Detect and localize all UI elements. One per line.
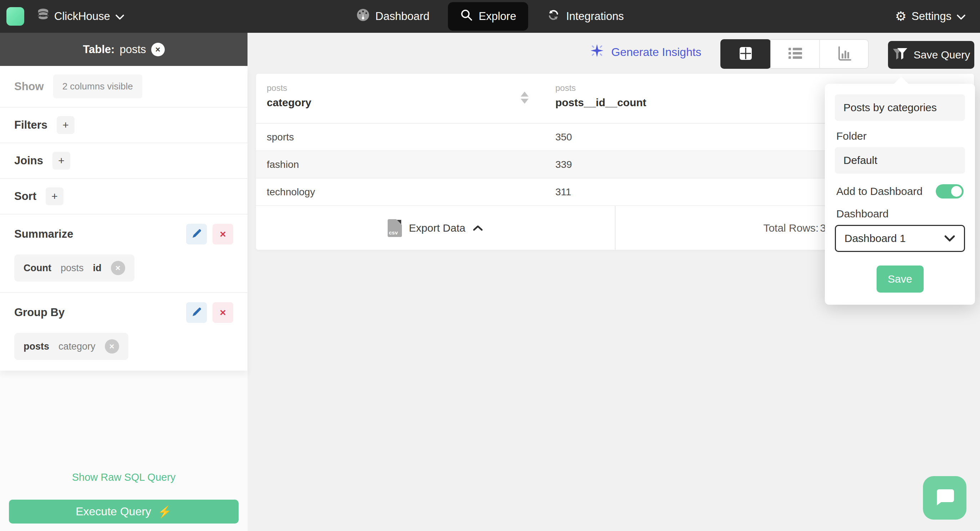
joins-label: Joins <box>14 154 43 167</box>
gauge-icon <box>356 8 370 25</box>
nav-dashboard[interactable]: Dashboard <box>347 3 439 30</box>
execute-query-button[interactable]: Execute Query ⚡ <box>9 499 239 523</box>
query-builder-sidebar: Table: posts × Show 2 columns visible Fi… <box>0 33 248 531</box>
column-header-category[interactable]: posts category <box>256 74 544 123</box>
columns-visible-button[interactable]: 2 columns visible <box>53 74 142 98</box>
total-rows-label: Total Rows: <box>763 222 818 234</box>
app-root: ClickHouse Dashboard Explore <box>0 0 980 531</box>
database-name: ClickHouse <box>54 10 110 23</box>
view-mode-toggle <box>721 39 869 69</box>
remove-summarize-chip-icon[interactable]: × <box>111 261 125 275</box>
chevron-down-icon <box>944 232 955 244</box>
nav-explore-label: Explore <box>479 10 516 23</box>
save-query-button[interactable]: Save Query <box>888 41 974 69</box>
dashboard-label: Dashboard <box>836 208 964 220</box>
summarize-label: Summarize <box>14 228 73 241</box>
folder-label: Folder <box>836 130 964 142</box>
settings-label: Settings <box>912 10 951 23</box>
list-view-icon <box>787 46 803 62</box>
aggregate-name: Count <box>24 263 51 274</box>
save-query-popover: Posts by categories Folder Default Add t… <box>825 84 975 305</box>
bar-chart-icon <box>836 46 852 62</box>
export-data-label: Export Data <box>409 222 465 234</box>
view-chart-button[interactable] <box>819 40 868 68</box>
edit-summarize-button[interactable] <box>186 224 207 244</box>
chat-widget-button[interactable] <box>923 476 966 520</box>
table-label: Table: <box>83 43 115 56</box>
main-nav: Dashboard Explore Integrations <box>347 2 633 31</box>
joins-section: Joins + <box>0 143 248 179</box>
filter-save-icon <box>892 47 908 63</box>
chevron-down-icon <box>115 10 124 23</box>
database-switcher[interactable]: ClickHouse <box>37 8 124 25</box>
sparkle-icon <box>589 43 605 61</box>
gear-icon: ⚙ <box>895 10 907 23</box>
add-to-dashboard-label: Add to Dashboard <box>836 185 923 197</box>
column-group: posts <box>267 83 528 93</box>
toggle-knob <box>951 186 962 197</box>
sort-label: Sort <box>14 190 37 203</box>
sidebar-footer: Show Raw SQL Query Execute Query ⚡ <box>0 471 248 531</box>
generate-insights-link[interactable]: Generate Insights <box>589 43 702 61</box>
topbar-left: ClickHouse <box>6 0 124 33</box>
csv-file-icon: csv <box>388 219 402 237</box>
settings-menu[interactable]: ⚙ Settings <box>895 0 966 33</box>
group-by-label: Group By <box>14 306 65 319</box>
export-data-button[interactable]: csv Export Data <box>256 206 615 250</box>
nav-dashboard-label: Dashboard <box>375 10 430 23</box>
save-button[interactable]: Save <box>877 265 924 293</box>
chat-bubble-icon <box>934 487 956 509</box>
remove-group-by-chip-icon[interactable]: × <box>105 339 119 353</box>
chevron-up-icon <box>473 222 483 234</box>
remove-group-by-button[interactable]: × <box>213 302 233 323</box>
remove-summarize-button[interactable]: × <box>213 224 233 244</box>
nav-integrations[interactable]: Integrations <box>538 3 633 30</box>
search-icon <box>460 9 473 24</box>
chip-column-name: category <box>59 341 95 352</box>
sidebar-content: Show 2 columns visible Filters + Joins +… <box>0 66 248 371</box>
chip-column-name: id <box>93 263 102 274</box>
chevron-down-icon <box>956 10 966 23</box>
filters-label: Filters <box>14 119 48 132</box>
cell-category: sports <box>256 132 544 143</box>
execute-query-label: Execute Query <box>76 505 151 518</box>
sort-arrows-icon[interactable] <box>521 92 528 104</box>
summarize-section: Summarize × Count posts id × <box>0 214 248 293</box>
filters-section: Filters + <box>0 108 248 143</box>
add-join-button[interactable]: + <box>52 152 70 170</box>
dashboard-select[interactable]: Dashboard 1 <box>835 225 965 252</box>
show-section: Show 2 columns visible <box>0 66 248 108</box>
view-table-button[interactable] <box>721 39 771 69</box>
table-name: posts <box>119 43 146 56</box>
show-raw-sql-link[interactable]: Show Raw SQL Query <box>72 471 176 483</box>
dashboard-select-value: Dashboard 1 <box>845 232 906 244</box>
add-to-dashboard-row: Add to Dashboard <box>836 184 964 198</box>
group-by-section: Group By × posts category × <box>0 293 248 371</box>
add-filter-button[interactable]: + <box>57 116 75 134</box>
group-by-chip: posts category × <box>14 333 128 360</box>
chip-table-name: posts <box>60 263 84 274</box>
add-sort-button[interactable]: + <box>46 187 64 205</box>
show-label: Show <box>14 80 44 93</box>
sync-icon <box>547 8 560 25</box>
query-name-input[interactable]: Posts by categories <box>835 94 965 121</box>
view-list-button[interactable] <box>770 40 819 68</box>
cell-category: technology <box>256 186 544 198</box>
cell-category: fashion <box>256 159 544 170</box>
chip-table-name: posts <box>24 341 49 352</box>
database-icon <box>37 8 49 25</box>
remove-table-icon[interactable]: × <box>151 43 165 56</box>
nav-explore[interactable]: Explore <box>448 2 528 31</box>
generate-insights-label: Generate Insights <box>611 46 702 59</box>
app-logo[interactable] <box>6 7 24 26</box>
nav-integrations-label: Integrations <box>566 10 624 23</box>
pencil-icon <box>191 307 202 319</box>
edit-group-by-button[interactable] <box>186 302 207 323</box>
top-navigation-bar: ClickHouse Dashboard Explore <box>0 0 980 33</box>
column-name: category <box>267 97 528 109</box>
save-query-label: Save Query <box>914 49 970 61</box>
lightning-icon: ⚡ <box>158 505 172 518</box>
folder-input[interactable]: Default <box>835 147 965 174</box>
add-to-dashboard-toggle[interactable] <box>936 184 964 198</box>
selected-table-header: Table: posts × <box>0 33 248 66</box>
